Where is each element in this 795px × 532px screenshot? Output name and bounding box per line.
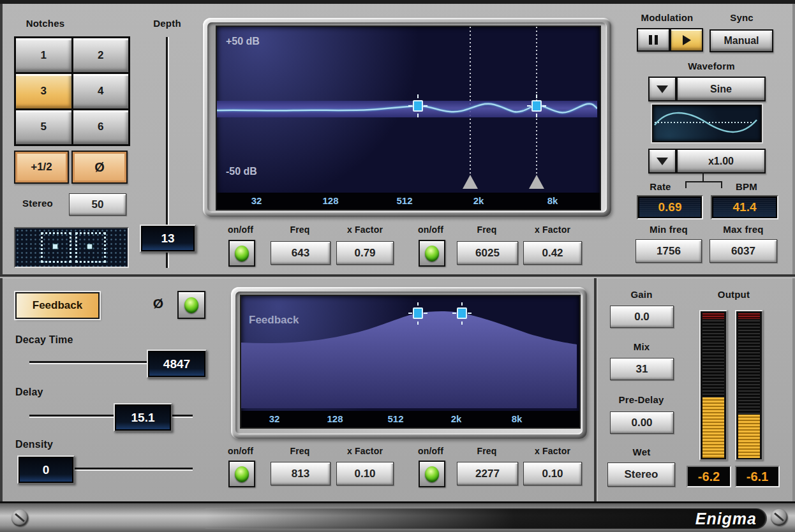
notch1-xfactor-field[interactable]: 0.79 <box>336 241 394 265</box>
output-label: Output <box>699 289 769 300</box>
feedback-display-screen[interactable]: Feedback 32 128 512 2k 8k <box>240 295 581 429</box>
fb-notch1-onoff-button[interactable] <box>228 461 255 487</box>
phase-button[interactable]: Ø <box>71 151 128 184</box>
notch1-onoff-button[interactable] <box>228 240 255 267</box>
max-freq-label: Max freq <box>711 224 776 235</box>
green-led-icon <box>425 466 439 482</box>
output-right-readout: -6.1 <box>735 466 780 487</box>
notch-button-1[interactable]: 1 <box>16 38 71 72</box>
db-max-label: +50 dB <box>226 36 260 47</box>
stereo-width-field[interactable]: 50 <box>69 193 126 216</box>
rate-value-display[interactable]: 0.69 <box>637 195 703 219</box>
depth-label: Depth <box>142 18 193 29</box>
freq-label: Freq <box>274 446 325 456</box>
waveform-shape-button[interactable]: Sine <box>676 77 766 101</box>
fb-notch2-onoff-button[interactable] <box>419 461 445 487</box>
notch-button-6[interactable]: 6 <box>73 110 129 144</box>
green-led-icon <box>184 297 198 313</box>
modulation-display-screen[interactable]: +50 dB -50 dB 32 128 512 2k 8k <box>216 26 601 211</box>
freq-label: Freq <box>274 225 325 235</box>
depth-slider-handle[interactable]: 13 <box>140 225 196 253</box>
pre-delay-label: Pre-Delay <box>606 394 676 405</box>
gain-field[interactable]: 0.0 <box>610 306 674 328</box>
rate-multiplier-button[interactable]: x1.00 <box>676 149 766 174</box>
notch2-freq-field[interactable]: 6025 <box>457 241 518 265</box>
delay-slider-handle[interactable]: 15.1 <box>114 403 172 432</box>
play-icon <box>683 35 691 45</box>
feedback-onoff-button[interactable] <box>177 291 205 319</box>
xfactor-label: x Factor <box>527 225 578 235</box>
xfactor-label: x Factor <box>339 446 390 456</box>
chevron-down-icon <box>657 158 668 165</box>
chevron-down-icon <box>657 85 668 93</box>
rate-label: Rate <box>638 181 683 192</box>
fb-notch2-xfactor-field[interactable]: 0.10 <box>523 462 582 485</box>
brand-strip: Enigma <box>205 508 767 529</box>
waveform-preview-screen <box>652 105 762 142</box>
decay-time-label: Decay Time <box>15 334 85 346</box>
notch-button-2[interactable]: 2 <box>73 38 129 72</box>
min-freq-field[interactable]: 1756 <box>635 239 702 263</box>
modulation-play-button[interactable] <box>670 28 703 52</box>
density-label: Density <box>15 439 66 450</box>
notch-button-5[interactable]: 5 <box>16 110 71 144</box>
plus-half-button[interactable]: +1/2 <box>14 151 69 184</box>
modulation-pause-button[interactable] <box>637 28 670 52</box>
fb-notch1-freq-field[interactable]: 813 <box>271 462 331 485</box>
onoff-label: on/off <box>405 225 456 235</box>
stereo-dot-display <box>14 227 129 268</box>
stereo-left-square-icon <box>41 232 71 263</box>
green-led-icon <box>425 246 439 262</box>
screw-icon <box>771 509 787 526</box>
screw-icon <box>11 510 28 526</box>
bpm-label: BPM <box>724 181 769 192</box>
density-slider-handle[interactable]: 0 <box>17 455 75 484</box>
fb-notch2-freq-field[interactable]: 2277 <box>457 462 518 485</box>
mix-field[interactable]: 31 <box>610 358 674 380</box>
axis-tick: 2k <box>473 195 484 206</box>
min-freq-label: Min freq <box>637 224 701 235</box>
axis-tick: 512 <box>396 195 412 206</box>
stereo-right-square-icon <box>75 232 106 263</box>
waveform-dropdown-button[interactable] <box>648 77 676 101</box>
fb-notch1-xfactor-field[interactable]: 0.10 <box>336 462 394 485</box>
output-meter-left <box>699 310 727 461</box>
notch-select-grid: 1 2 3 4 5 6 <box>14 36 130 146</box>
clip-led-icon <box>702 313 724 319</box>
sync-label: Sync <box>711 12 772 23</box>
wet-mode-button[interactable]: Stereo <box>607 462 675 487</box>
axis-tick: 128 <box>327 413 343 424</box>
multiplier-dropdown-button[interactable] <box>648 149 676 174</box>
output-left-readout: -6.2 <box>687 466 731 487</box>
onoff-label: on/off <box>215 225 266 235</box>
bottom-bar: Enigma <box>0 501 795 532</box>
pre-delay-field[interactable]: 0.00 <box>610 411 674 434</box>
enigma-plugin-window: Notches 1 2 3 4 5 6 +1/2 Ø Stereo 50 Dep… <box>0 0 795 532</box>
notch-button-3-selected[interactable]: 3 <box>16 74 71 108</box>
freq-label: Freq <box>461 225 512 235</box>
xfactor-label: x Factor <box>339 225 390 235</box>
notch1-freq-field[interactable]: 643 <box>271 241 331 265</box>
notch2-xfactor-field[interactable]: 0.42 <box>523 241 582 265</box>
green-led-icon <box>235 246 249 262</box>
freq-axis: 32 128 512 2k 8k <box>217 193 600 209</box>
axis-tick: 8k <box>547 195 558 206</box>
axis-tick: 2k <box>451 413 462 424</box>
feedback-phase-label: Ø <box>145 296 171 311</box>
notch-button-4[interactable]: 4 <box>73 74 129 108</box>
section-divider <box>594 278 598 501</box>
pause-icon <box>649 35 658 45</box>
axis-tick: 512 <box>387 413 403 424</box>
freq-axis: 32 128 512 2k 8k <box>241 411 579 427</box>
max-freq-field[interactable]: 6037 <box>710 239 777 263</box>
notch2-onoff-button[interactable] <box>419 240 445 267</box>
decay-time-slider-handle[interactable]: 4847 <box>147 350 207 378</box>
sync-mode-button[interactable]: Manual <box>710 29 773 52</box>
waveform-label: Waveform <box>670 61 753 71</box>
axis-tick: 128 <box>322 195 338 206</box>
green-led-icon <box>235 466 249 482</box>
feedback-mode-button[interactable]: Feedback <box>15 292 100 319</box>
mix-label: Mix <box>611 341 672 352</box>
feedback-curve-graphic <box>241 296 577 408</box>
bpm-value-display[interactable]: 41.4 <box>711 195 778 219</box>
